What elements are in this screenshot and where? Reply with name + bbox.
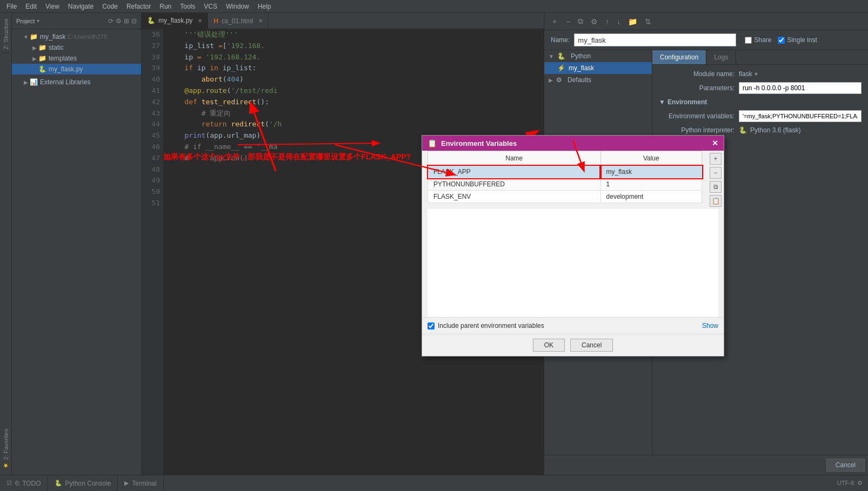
env-flask-app-name: FLASK_APP xyxy=(428,166,601,178)
env-variables-modal: 📋 Environment Variables ✕ Name Value xyxy=(422,135,724,357)
modal-footer: Include parent environment variables Sho… xyxy=(422,317,724,334)
env-modal-side-btns: + − ⧉ 📋 xyxy=(707,151,724,209)
env-row-flask-app[interactable]: FLASK_APP my_flask xyxy=(428,166,702,178)
modal-close-button[interactable]: ✕ xyxy=(712,139,718,147)
modal-titlebar: 📋 Environment Variables ✕ xyxy=(422,136,724,151)
modal-ok-cancel-row: OK Cancel xyxy=(422,334,724,356)
env-flask-env-name: FLASK_ENV xyxy=(428,191,601,203)
modal-title-icon: 📋 xyxy=(428,139,437,147)
env-row-pythonunbuffered[interactable]: PYTHONUNBUFFERED 1 xyxy=(428,178,702,191)
include-parent-checkbox[interactable] xyxy=(428,322,435,329)
col-value-header: Value xyxy=(600,151,702,166)
env-paste-btn[interactable]: 📋 xyxy=(710,195,722,207)
env-pythonunbuffered-value: 1 xyxy=(600,178,702,191)
env-flask-app-value: my_flask xyxy=(600,166,702,178)
env-flask-env-value: development xyxy=(600,191,702,203)
env-add-btn[interactable]: + xyxy=(710,153,722,165)
env-copy-btn[interactable]: ⧉ xyxy=(710,181,722,193)
svg-line-6 xyxy=(238,143,378,145)
env-pythonunbuffered-name: PYTHONUNBUFFERED xyxy=(428,178,601,191)
include-parent-label: Include parent environment variables xyxy=(438,322,544,329)
modal-title-text: Environment Variables xyxy=(441,139,517,147)
include-parent-checkbox-row: Include parent environment variables xyxy=(428,322,544,329)
modal-ok-button[interactable]: OK xyxy=(533,339,565,352)
col-name-header: Name xyxy=(428,151,601,166)
env-row-flask-env[interactable]: FLASK_ENV development xyxy=(428,191,702,203)
env-empty-space xyxy=(428,209,718,317)
modal-cancel-button[interactable]: Cancel xyxy=(570,339,613,352)
show-button[interactable]: Show xyxy=(702,322,718,329)
env-remove-btn[interactable]: − xyxy=(710,167,722,179)
modal-overlay: 📋 Environment Variables ✕ Name Value xyxy=(0,0,868,491)
env-table-wrapper: Name Value FLASK_APP my_flask xyxy=(428,151,702,209)
modal-table-area: Name Value FLASK_APP my_flask xyxy=(422,151,724,209)
env-table: Name Value FLASK_APP my_flask xyxy=(428,151,702,203)
modal-body: Name Value FLASK_APP my_flask xyxy=(422,151,724,334)
